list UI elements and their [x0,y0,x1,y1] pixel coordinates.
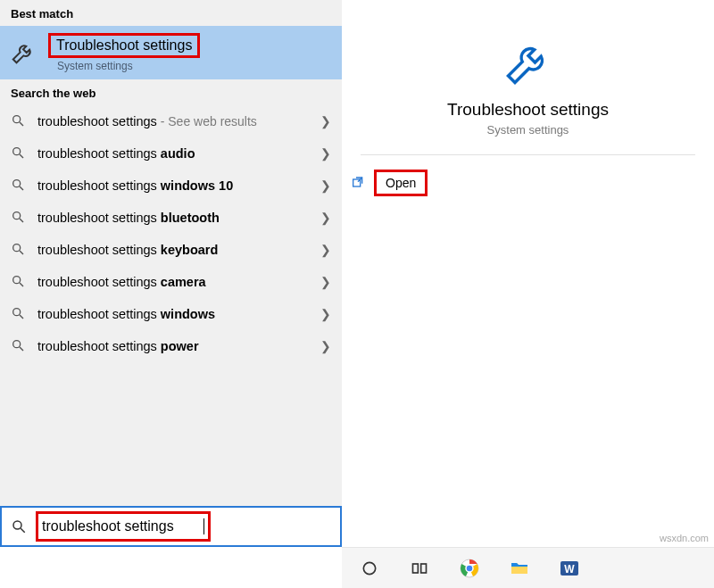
web-result-item[interactable]: troubleshoot settings bluetooth ❯ [0,202,342,234]
web-result-item[interactable]: troubleshoot settings camera ❯ [0,266,342,298]
search-icon [11,306,27,322]
svg-point-0 [13,116,21,123]
cortana-icon[interactable] [358,557,381,580]
search-icon [11,274,27,290]
chevron-right-icon: ❯ [317,178,335,193]
search-bar[interactable] [0,506,342,547]
web-result-item[interactable]: troubleshoot settings windows ❯ [0,298,342,330]
open-icon [351,176,365,190]
chevron-right-icon: ❯ [317,114,335,128]
watermark: wsxdn.com [660,533,709,543]
web-result-item[interactable]: troubleshoot settings audio ❯ [0,137,342,170]
search-icon [11,518,27,534]
divider [361,154,695,155]
taskbar: W [342,547,714,588]
svg-rect-21 [421,564,427,573]
search-icon [11,113,27,129]
web-result-label: troubleshoot settings bluetooth [37,211,317,225]
preview-title: Troubleshoot settings [447,100,609,120]
search-icon [11,338,27,354]
svg-line-5 [20,186,23,190]
word-icon[interactable]: W [558,557,581,580]
svg-line-15 [20,347,23,351]
search-icon [11,242,27,258]
web-result-item[interactable]: troubleshoot settings power ❯ [0,330,342,362]
chevron-right-icon: ❯ [317,211,335,225]
web-result-item[interactable]: troubleshoot settings keyboard ❯ [0,234,342,266]
web-result-label: troubleshoot settings windows [37,307,317,321]
web-result-item[interactable]: troubleshoot settings - See web results … [0,105,342,137]
best-match-title: Troubleshoot settings [48,33,200,58]
search-icon [11,178,27,194]
svg-point-6 [13,212,21,219]
svg-line-13 [20,315,23,319]
chevron-right-icon: ❯ [317,243,335,257]
best-match-subtitle: System settings [57,60,200,72]
svg-point-14 [13,341,21,348]
svg-point-12 [13,309,21,316]
web-results-list: troubleshoot settings - See web results … [0,105,342,506]
chevron-right-icon: ❯ [317,146,335,161]
best-match-header: Best match [0,0,342,26]
svg-point-2 [13,148,21,155]
web-result-label: troubleshoot settings keyboard [37,243,317,257]
wrench-icon [502,36,555,89]
preview-subtitle: System settings [487,123,569,137]
task-view-icon[interactable] [408,557,431,580]
chevron-right-icon: ❯ [317,307,335,321]
svg-point-16 [13,521,21,529]
svg-point-8 [13,244,21,252]
svg-point-4 [13,180,21,187]
chrome-icon[interactable] [458,557,481,580]
svg-line-7 [20,219,23,222]
search-icon [11,145,27,161]
web-result-label: troubleshoot settings windows 10 [37,178,317,193]
file-explorer-icon[interactable] [508,557,531,580]
chevron-right-icon: ❯ [317,339,335,353]
search-input[interactable] [42,518,203,534]
open-action[interactable]: Open [342,170,428,196]
preview-panel: Troubleshoot settings System settings Op… [342,0,714,547]
wrench-icon [9,38,37,67]
web-result-item[interactable]: troubleshoot settings windows 10 ❯ [0,170,342,202]
svg-line-17 [21,528,25,533]
search-icon [11,210,27,226]
svg-rect-20 [413,564,419,573]
web-result-label: troubleshoot settings power [37,339,317,353]
open-label: Open [374,170,428,196]
web-result-label: troubleshoot settings camera [37,275,317,289]
svg-line-3 [20,154,23,158]
svg-line-9 [20,251,23,254]
best-match-result[interactable]: Troubleshoot settings System settings [0,26,342,79]
search-panel: Best match Troubleshoot settings System … [0,0,342,547]
svg-line-1 [20,122,23,126]
svg-point-10 [13,277,21,284]
web-result-label: troubleshoot settings audio [37,146,317,161]
chevron-right-icon: ❯ [317,275,335,289]
svg-point-24 [466,565,473,572]
svg-line-11 [20,283,23,286]
svg-point-19 [363,562,375,574]
search-web-header: Search the web [0,79,342,105]
web-result-label: troubleshoot settings - See web results [37,114,317,128]
svg-text:W: W [564,563,575,576]
